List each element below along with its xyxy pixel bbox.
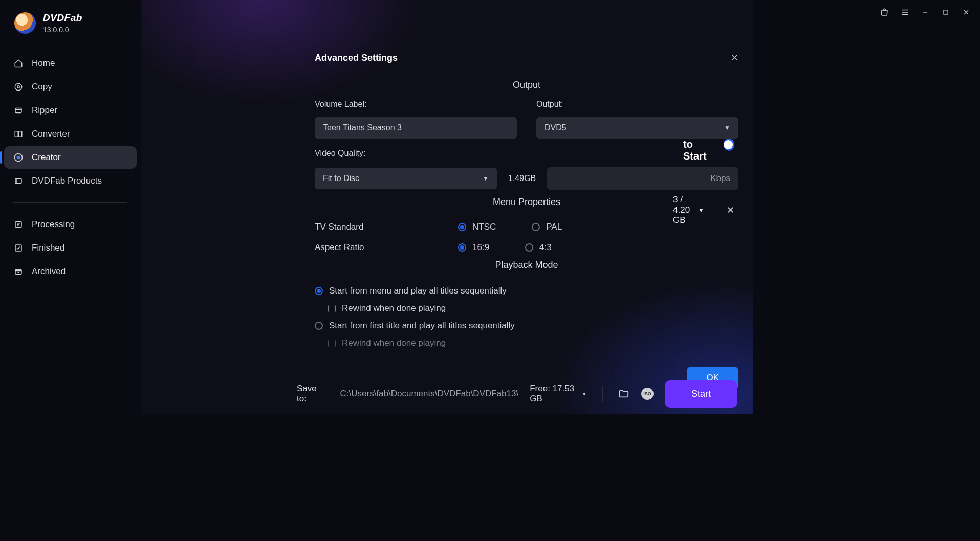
aspect-ratio-label: Aspect Ratio xyxy=(315,242,412,253)
brand: DVDFab 13.0.0.0 xyxy=(0,9,141,42)
nav-item-home[interactable]: Home xyxy=(4,52,137,75)
radio-dot-icon xyxy=(315,287,323,295)
svg-point-0 xyxy=(15,83,22,91)
finished-icon xyxy=(13,243,24,253)
radio-pal[interactable]: PAL xyxy=(532,222,562,232)
rewind-label: Rewind when done playing xyxy=(342,303,446,313)
save-to-label: Save to: xyxy=(297,384,324,404)
nav-item-finished[interactable]: Finished xyxy=(4,237,137,259)
nav-item-ripper[interactable]: Ripper xyxy=(4,99,137,122)
bitrate-input[interactable]: Kbps xyxy=(547,167,738,190)
nav-divider xyxy=(13,202,127,203)
radio-play-from-menu[interactable]: Start from menu and play all titles sequ… xyxy=(315,282,738,300)
svg-rect-4 xyxy=(19,131,22,137)
free-space-dropdown[interactable]: Free: 17.53 GB ▼ xyxy=(530,384,586,404)
rewind-label-disabled: Rewind when done playing xyxy=(342,338,446,348)
nav-label: Finished xyxy=(32,243,64,253)
chevron-down-icon: ▼ xyxy=(724,124,730,131)
home-icon xyxy=(13,58,24,69)
radio-dot-icon xyxy=(315,322,323,330)
separator xyxy=(602,386,603,402)
nav-item-archived[interactable]: Archived xyxy=(4,260,137,283)
section-divider xyxy=(315,202,484,202)
nav-item-processing[interactable]: Processing xyxy=(4,213,137,236)
creator-icon xyxy=(13,152,24,163)
radio-play-from-first[interactable]: Start from first title and play all titl… xyxy=(315,317,738,335)
estimated-size: 1.49GB xyxy=(508,174,536,183)
products-icon xyxy=(13,176,24,186)
window-controls xyxy=(880,0,980,25)
video-quality-select[interactable]: Fit to Disc ▼ xyxy=(315,168,497,189)
app-logo-icon xyxy=(14,12,36,34)
nav-item-creator[interactable]: Creator xyxy=(4,146,137,169)
nav-item-copy[interactable]: Copy xyxy=(4,76,137,98)
nav-label: Creator xyxy=(32,152,61,163)
iso-icon[interactable]: ISO xyxy=(641,387,654,401)
chevron-down-icon: ▼ xyxy=(582,391,587,397)
nav-item-products[interactable]: DVDFab Products xyxy=(4,170,137,192)
section-divider xyxy=(550,85,738,85)
start-button[interactable]: Start xyxy=(665,380,737,408)
nav-label: Processing xyxy=(32,219,75,230)
nav-label: Converter xyxy=(32,129,70,139)
folder-icon[interactable] xyxy=(618,387,630,401)
bottom-bar: Save to: C:\Users\fab\Documents\DVDFab\D… xyxy=(281,373,753,414)
section-divider xyxy=(568,265,738,265)
section-output-label: Output xyxy=(513,80,540,91)
kbps-placeholder: Kbps xyxy=(710,173,730,184)
radio-4-3[interactable]: 4:3 xyxy=(525,242,552,253)
minimize-icon[interactable] xyxy=(921,8,930,17)
radio-ntsc-label: NTSC xyxy=(472,222,496,232)
radio-16-9-label: 16:9 xyxy=(472,242,489,253)
play-from-first-label: Start from first title and play all titl… xyxy=(329,321,515,331)
nav-label: Home xyxy=(32,58,55,69)
menu-icon[interactable] xyxy=(900,8,909,17)
close-window-icon[interactable] xyxy=(962,8,971,17)
processing-icon xyxy=(13,219,24,230)
checkbox-icon xyxy=(328,305,336,312)
volume-label-label: Volume Label: xyxy=(315,100,517,109)
nav-label: Ripper xyxy=(32,105,57,116)
svg-rect-11 xyxy=(944,10,948,14)
maximize-icon[interactable] xyxy=(941,8,950,17)
radio-ntsc[interactable]: NTSC xyxy=(458,222,496,232)
advanced-settings-panel: Advanced Settings ✕ Output Volume Label:… xyxy=(297,48,756,375)
save-path[interactable]: C:\Users\fab\Documents\DVDFab\DVDFab13\ xyxy=(340,389,519,399)
nav-item-converter[interactable]: Converter xyxy=(4,123,137,145)
sidebar: DVDFab 13.0.0.0 Home Copy Rip xyxy=(0,0,141,414)
nav-label: DVDFab Products xyxy=(32,176,102,186)
radio-dot-icon xyxy=(458,243,466,252)
radio-dot-icon xyxy=(532,223,540,231)
shop-icon[interactable] xyxy=(880,8,889,17)
nav-label: Archived xyxy=(32,266,66,277)
checkbox-icon xyxy=(328,340,336,347)
panel-title: Advanced Settings xyxy=(315,53,398,63)
iso-badge-text: ISO xyxy=(643,391,651,396)
copy-icon xyxy=(13,82,24,92)
output-select[interactable]: DVD5 ▼ xyxy=(536,117,738,139)
volume-label-value: Teen Titans Season 3 xyxy=(323,123,402,132)
section-divider xyxy=(570,202,738,202)
free-space-label: Free: 17.53 GB xyxy=(530,384,578,404)
archived-icon xyxy=(13,266,24,277)
tv-standard-label: TV Standard xyxy=(315,222,412,232)
close-icon[interactable]: ✕ xyxy=(731,52,738,63)
radio-16-9[interactable]: 16:9 xyxy=(458,242,489,253)
section-playback-label: Playback Mode xyxy=(495,260,558,270)
main-area: Ready to Start 3 / 4.20 GB ▼ ✕ Advanced … xyxy=(141,0,753,414)
video-quality-label: Video Quality: xyxy=(315,149,738,158)
svg-point-6 xyxy=(17,156,20,160)
nav-list: Home Copy Ripper Converter xyxy=(0,42,141,284)
svg-rect-2 xyxy=(15,108,21,113)
checkbox-rewind-menu[interactable]: Rewind when done playing xyxy=(328,300,738,317)
chevron-down-icon: ▼ xyxy=(483,175,489,182)
volume-label-input[interactable]: Teen Titans Season 3 xyxy=(315,117,517,139)
section-menu-label: Menu Properties xyxy=(493,197,560,208)
nav-label: Copy xyxy=(32,82,52,92)
app-version: 13.0.0.0 xyxy=(43,26,82,34)
app-name: DVDFab xyxy=(43,12,82,24)
svg-point-1 xyxy=(17,86,20,88)
play-from-menu-label: Start from menu and play all titles sequ… xyxy=(329,286,507,296)
checkbox-rewind-first: Rewind when done playing xyxy=(328,335,738,351)
output-value: DVD5 xyxy=(545,123,567,132)
